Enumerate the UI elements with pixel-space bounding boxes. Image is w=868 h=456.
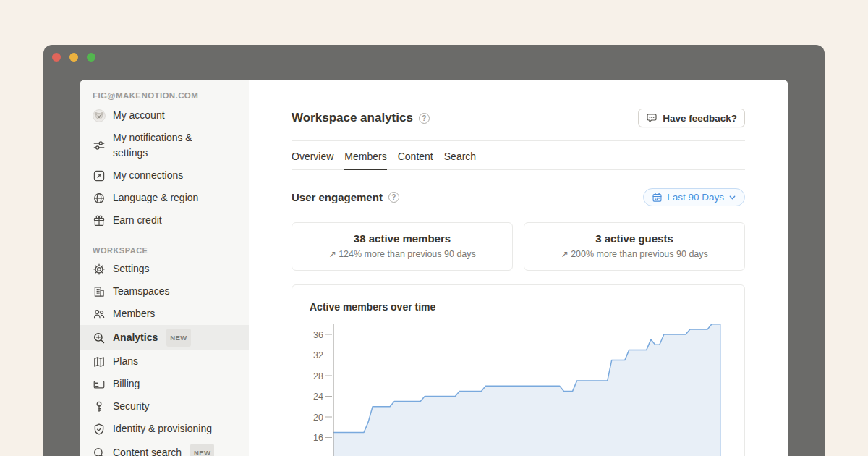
sidebar-item-label: My connections — [113, 168, 183, 183]
magnifier-plus-icon — [93, 332, 106, 345]
sliders-icon — [93, 139, 106, 152]
sidebar-item-label: Earn credit — [113, 213, 162, 228]
sidebar-item-label: Language & region — [113, 190, 198, 206]
map-icon — [93, 355, 106, 368]
date-range-button[interactable]: Last 90 Days — [643, 188, 745, 206]
shield-check-icon — [93, 423, 106, 436]
stat-subtitle: ↗ 200% more than previous 90 days — [530, 248, 739, 259]
sidebar-item-billing[interactable]: Billing — [80, 373, 249, 395]
sidebar-item-language-region[interactable]: Language & region — [80, 187, 249, 209]
analytics-main: Workspace analytics ? Have feedback? Ove… — [249, 80, 788, 456]
sidebar-item-earn-credit[interactable]: Earn credit — [80, 209, 249, 232]
close-window-button[interactable] — [52, 53, 61, 62]
sidebar-item-label: My account — [113, 108, 165, 123]
sidebar-item-label: Analytics — [113, 330, 158, 345]
stat-title: 38 active members — [298, 232, 506, 245]
sidebar-item-settings[interactable]: Settings — [80, 258, 249, 280]
sidebar-item-content-search[interactable]: Content search NEW — [80, 440, 249, 456]
tab-content[interactable]: Content — [398, 141, 433, 169]
gift-icon — [93, 214, 106, 227]
sidebar-item-members[interactable]: Members — [80, 303, 249, 325]
trend-up-arrow-icon: ↗ — [328, 249, 336, 259]
app-window: FIG@MAKENOTION.COM My account My notific… — [43, 45, 825, 456]
have-feedback-button[interactable]: Have feedback? — [638, 109, 745, 127]
arrow-up-right-box-icon — [93, 169, 106, 182]
sidebar-item-my-notifications-settings[interactable]: My notifications & settings — [80, 127, 249, 164]
sidebar-item-analytics[interactable]: Analytics NEW — [80, 325, 249, 350]
analytics-tabs: Overview Members Content Search — [292, 141, 745, 170]
calendar-icon — [652, 192, 663, 203]
building-icon — [93, 285, 106, 298]
chart-title: Active members over time — [310, 301, 727, 313]
new-badge: NEW — [190, 444, 214, 456]
sidebar-item-label: Security — [113, 399, 150, 414]
tab-members[interactable]: Members — [344, 141, 386, 169]
y-axis-tick-label: 24 — [313, 392, 323, 402]
new-badge: NEW — [166, 329, 190, 347]
active-members-card: 38 active members ↗ 124% more than previ… — [292, 222, 513, 271]
y-axis-tick-label: 20 — [313, 413, 323, 423]
account-email: FIG@MAKENOTION.COM — [80, 91, 249, 104]
sidebar-item-my-account[interactable]: My account — [80, 104, 249, 127]
stat-subtitle: ↗ 124% more than previous 90 days — [298, 248, 506, 259]
y-axis-tick-label: 32 — [313, 350, 323, 360]
sidebar-item-label: Content search — [113, 445, 182, 456]
sidebar-item-identity-provisioning[interactable]: Identity & provisioning — [80, 418, 249, 440]
gear-icon — [93, 263, 106, 276]
sidebar-item-label: Settings — [113, 261, 150, 276]
people-icon — [93, 308, 106, 321]
trend-up-arrow-icon: ↗ — [561, 249, 568, 259]
help-icon[interactable]: ? — [388, 192, 399, 203]
globe-icon — [93, 192, 106, 205]
sidebar-item-teamspaces[interactable]: Teamspaces — [80, 280, 249, 303]
avatar — [93, 109, 106, 122]
stat-title: 3 active guests — [530, 232, 739, 245]
sidebar-item-label: Teamspaces — [113, 284, 170, 299]
tab-overview[interactable]: Overview — [292, 141, 333, 169]
date-range-label: Last 90 Days — [667, 192, 724, 203]
y-axis-tick-label: 16 — [313, 433, 323, 443]
sidebar-item-my-connections[interactable]: My connections — [80, 164, 249, 187]
sidebar-item-label: Plans — [113, 354, 138, 369]
speech-bubble-icon — [646, 112, 658, 124]
sidebar-item-label: Members — [113, 306, 155, 321]
chevron-down-icon — [728, 193, 736, 201]
area-chart-svg: 363228242016 — [310, 318, 727, 456]
sidebar-item-security[interactable]: Security — [80, 395, 249, 418]
credit-card-icon — [93, 378, 106, 391]
zoom-window-button[interactable] — [87, 53, 95, 62]
key-icon — [93, 400, 106, 413]
settings-sidebar: FIG@MAKENOTION.COM My account My notific… — [80, 80, 249, 456]
sidebar-item-label: My notifications & settings — [113, 130, 229, 161]
sidebar-item-label: Identity & provisioning — [113, 421, 212, 436]
active-guests-card: 3 active guests ↗ 200% more than previou… — [524, 222, 745, 271]
active-members-chart-card: Active members over time 363228242016 — [292, 284, 745, 456]
window-controls — [52, 53, 95, 62]
minimize-window-button[interactable] — [69, 53, 78, 62]
active-members-chart: 363228242016 — [310, 318, 727, 456]
page-title: Workspace analytics — [292, 111, 413, 125]
y-axis-tick-label: 36 — [313, 330, 323, 340]
y-axis-tick-label: 28 — [313, 371, 323, 381]
sidebar-item-label: Billing — [113, 376, 140, 392]
tab-search[interactable]: Search — [444, 141, 476, 169]
sidebar-section-workspace: WORKSPACE — [80, 246, 249, 258]
feedback-button-label: Have feedback? — [663, 113, 737, 124]
settings-panel: FIG@MAKENOTION.COM My account My notific… — [80, 80, 788, 456]
help-icon[interactable]: ? — [419, 113, 430, 124]
sidebar-item-plans[interactable]: Plans — [80, 350, 249, 373]
section-title: User engagement — [292, 191, 383, 203]
magnifier-icon — [93, 447, 106, 456]
